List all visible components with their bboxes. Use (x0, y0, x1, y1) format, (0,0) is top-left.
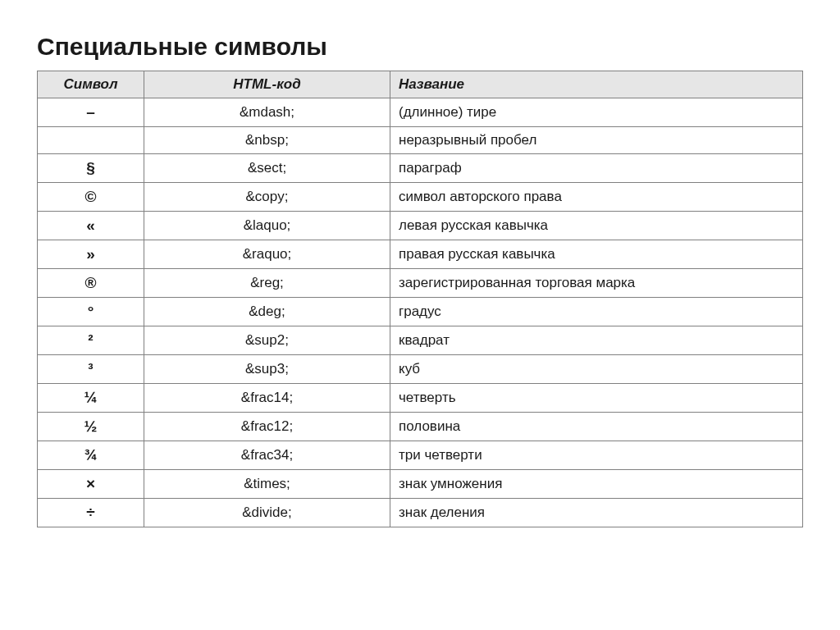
cell-name: знак умножения (390, 470, 803, 499)
cell-symbol: × (38, 470, 144, 499)
header-symbol: Символ (38, 71, 144, 98)
special-chars-table: Символ HTML-код Название –&mdash;(длинно… (37, 71, 803, 527)
cell-symbol: § (38, 154, 144, 183)
cell-code: &sup3; (144, 355, 390, 384)
cell-code: &nbsp; (144, 127, 390, 154)
table-row: –&mdash;(длинное) тире (38, 98, 803, 127)
cell-code: &frac12; (144, 413, 390, 441)
cell-name: квадрат (390, 326, 803, 355)
table-row: ©&copy;символ авторского права (38, 183, 803, 212)
cell-name: параграф (390, 154, 803, 183)
cell-symbol: – (38, 98, 144, 127)
cell-symbol: ½ (38, 413, 144, 441)
cell-name: зарегистрированная торговая марка (390, 269, 803, 298)
table-row: ²&sup2;квадрат (38, 326, 803, 355)
table-row: «&laquo;левая русская кавычка (38, 212, 803, 240)
cell-name: неразрывный пробел (390, 127, 803, 154)
cell-name: знак деления (390, 499, 803, 527)
table-row: ¾&frac34;три четверти (38, 441, 803, 470)
cell-code: &divide; (144, 499, 390, 527)
table-row: °&deg;градус (38, 298, 803, 326)
cell-code: &frac34; (144, 441, 390, 470)
cell-symbol: ° (38, 298, 144, 326)
cell-symbol (38, 127, 144, 154)
cell-name: правая русская кавычка (390, 240, 803, 269)
cell-code: &sup2; (144, 326, 390, 355)
cell-symbol: ³ (38, 355, 144, 384)
cell-code: &mdash; (144, 98, 390, 127)
cell-name: левая русская кавычка (390, 212, 803, 240)
cell-name: четверть (390, 384, 803, 413)
cell-code: &sect; (144, 154, 390, 183)
cell-name: символ авторского права (390, 183, 803, 212)
cell-name: градус (390, 298, 803, 326)
cell-symbol: ® (38, 269, 144, 298)
table-row: ®&reg;зарегистрированная торговая марка (38, 269, 803, 298)
page-title: Специальные символы (37, 33, 803, 61)
cell-symbol: ¼ (38, 384, 144, 413)
table-row: &nbsp;неразрывный пробел (38, 127, 803, 154)
cell-symbol: ÷ (38, 499, 144, 527)
table-row: ×&times;знак умножения (38, 470, 803, 499)
table-row: ÷&divide;знак деления (38, 499, 803, 527)
cell-name: три четверти (390, 441, 803, 470)
cell-symbol: » (38, 240, 144, 269)
cell-code: &copy; (144, 183, 390, 212)
cell-symbol: © (38, 183, 144, 212)
cell-code: &reg; (144, 269, 390, 298)
table-row: ³&sup3;куб (38, 355, 803, 384)
cell-code: &laquo; (144, 212, 390, 240)
header-name: Название (390, 71, 803, 98)
cell-name: куб (390, 355, 803, 384)
table-row: §&sect;параграф (38, 154, 803, 183)
cell-symbol: « (38, 212, 144, 240)
table-row: »&raquo;правая русская кавычка (38, 240, 803, 269)
table-row: ½&frac12;половина (38, 413, 803, 441)
cell-code: &deg; (144, 298, 390, 326)
header-code: HTML-код (144, 71, 390, 98)
cell-code: &times; (144, 470, 390, 499)
table-row: ¼&frac14;четверть (38, 384, 803, 413)
cell-code: &frac14; (144, 384, 390, 413)
cell-code: &raquo; (144, 240, 390, 269)
cell-name: (длинное) тире (390, 98, 803, 127)
cell-symbol: ² (38, 326, 144, 355)
cell-symbol: ¾ (38, 441, 144, 470)
cell-name: половина (390, 413, 803, 441)
